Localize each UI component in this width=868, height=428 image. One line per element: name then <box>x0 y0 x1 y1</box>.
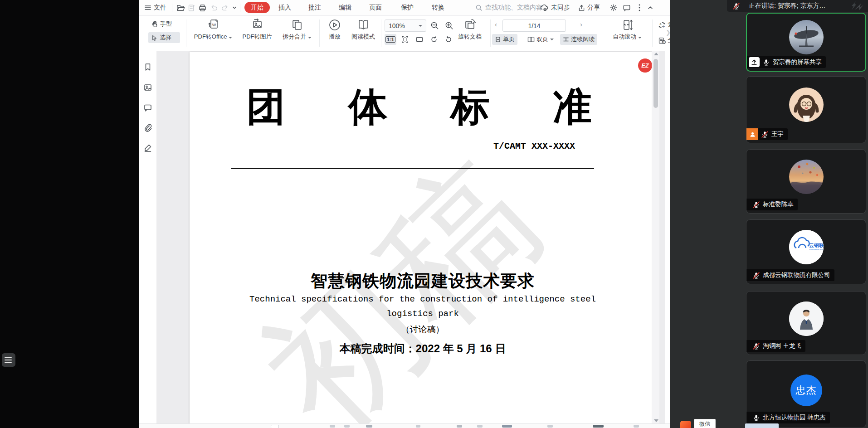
screen: 文件 开始 插入 批注 编辑 页面 <box>0 0 868 428</box>
sync-status-label[interactable]: 未同步 <box>551 0 570 15</box>
feedback-comment-icon[interactable] <box>623 0 631 15</box>
pdf-to-image-button[interactable]: PDF转图片 <box>238 18 276 41</box>
tab-page[interactable]: 页面 <box>369 0 382 15</box>
participant-name: 成都云钢联物流有限公司 <box>763 271 830 279</box>
collapse-ribbon-icon[interactable] <box>647 0 653 15</box>
pdf-page: 初稿 团体标准 T/CAMT XXX-XXXX 智慧钢铁物流园建设技术要求 Te… <box>190 52 656 424</box>
scrollbar-thumb[interactable] <box>653 59 658 108</box>
continuous-read-button[interactable]: 连续阅读 <box>560 34 597 45</box>
svg-text:a: a <box>659 22 661 25</box>
select-tool-button[interactable]: 选择 <box>148 32 180 43</box>
status-icon[interactable] <box>416 425 420 428</box>
single-page-button[interactable]: 单页 <box>492 34 517 45</box>
panel-expand-icon[interactable]: ❯ <box>666 29 671 36</box>
prev-page-icon[interactable]: ‹ <box>495 20 497 28</box>
scroll-up-icon[interactable] <box>654 53 658 55</box>
document-title-en-line2: logistics park <box>190 309 656 319</box>
hamburger-menu-icon[interactable] <box>144 0 151 15</box>
bookmark-icon[interactable] <box>143 63 152 72</box>
mic-muted-icon <box>761 131 769 138</box>
status-icon[interactable] <box>547 425 553 428</box>
participant-tile[interactable]: 贺宗春的屏幕共享 <box>746 13 866 72</box>
document-viewport[interactable]: 初稿 团体标准 T/CAMT XXX-XXXX 智慧钢铁物流园建设技术要求 Te… <box>156 51 665 424</box>
participant-tile[interactable]: 标准委陈卓 <box>746 149 866 214</box>
hand-tool-button[interactable]: 手型 <box>148 19 175 29</box>
page-indicator-box[interactable]: 1/14 <box>502 19 566 32</box>
image-annotation-icon[interactable] <box>143 83 152 92</box>
scroll-down-icon[interactable] <box>654 419 658 422</box>
participant-tile[interactable]: 王宇 <box>746 76 866 143</box>
participant-tile[interactable]: 云钢联 YUNGANGLIAN 成都云钢联物流有限公司 <box>746 219 866 284</box>
zoom-out-icon[interactable] <box>430 21 439 30</box>
status-icon[interactable] <box>477 425 483 428</box>
attachment-icon[interactable] <box>143 123 152 132</box>
read-mode-button[interactable]: 阅读模式 <box>349 18 378 41</box>
status-icon[interactable] <box>344 425 350 428</box>
avatar-initials: 忠杰 <box>796 384 817 397</box>
file-menu[interactable]: 文件 <box>154 0 166 15</box>
double-page-button[interactable]: 双页 <box>525 34 556 45</box>
actual-size-button[interactable]: 1:1 <box>385 34 396 45</box>
mic-on-icon <box>752 414 760 422</box>
status-icon[interactable] <box>502 425 512 428</box>
full-translate-button[interactable]: 文 全文 <box>655 35 670 46</box>
mic-muted-icon <box>732 2 740 10</box>
auto-scroll-button[interactable]: 自动滚动 <box>606 18 649 41</box>
hand-tool-label: 手型 <box>160 20 172 28</box>
tab-home[interactable]: 开始 <box>244 2 270 13</box>
search-input[interactable]: 查找功能、文档内容 <box>485 0 542 15</box>
participant-label: 标准委陈卓 <box>746 199 798 210</box>
corner-red-badge[interactable]: EZ <box>638 58 652 73</box>
next-page-icon[interactable]: › <box>580 20 582 28</box>
more-options-icon[interactable] <box>638 0 641 15</box>
quick-access-dropdown-icon[interactable] <box>232 0 237 15</box>
draft-note: （讨论稿） <box>190 324 656 336</box>
redo-icon[interactable] <box>221 0 229 15</box>
tab-comment[interactable]: 批注 <box>308 0 321 15</box>
separator <box>172 4 172 12</box>
status-icon[interactable] <box>634 425 639 428</box>
status-icon[interactable] <box>330 425 335 428</box>
side-rail <box>139 51 157 424</box>
tab-insert[interactable]: 插入 <box>278 0 291 15</box>
status-icon[interactable] <box>593 425 604 428</box>
document-title: 智慧钢铁物流园建设技术要求 <box>190 270 656 292</box>
zoom-level-value: 100% <box>389 22 405 29</box>
participant-tile[interactable]: 忠杰 北方恒达物流园 韩忠杰 <box>746 360 866 428</box>
cloud-sync-icon[interactable] <box>540 0 549 15</box>
tab-convert[interactable]: 转换 <box>432 0 444 15</box>
avatar: 忠杰 <box>790 374 822 406</box>
fit-page-button[interactable] <box>399 34 411 45</box>
avatar <box>789 20 824 54</box>
logo-main-text: 云钢联 <box>809 243 824 248</box>
participant-tile[interactable]: 淘钢网 王龙飞 <box>746 291 866 355</box>
share-icon[interactable] <box>578 0 585 15</box>
save-icon[interactable] <box>188 0 195 15</box>
status-icon[interactable] <box>366 425 372 428</box>
taskbar-app-icon[interactable] <box>680 421 691 428</box>
comment-panel-icon[interactable] <box>143 103 152 112</box>
undo-icon[interactable] <box>210 0 218 15</box>
tab-protect[interactable]: 保护 <box>401 0 414 15</box>
status-icon[interactable] <box>271 425 279 428</box>
rotate-document-button[interactable]: 旋转文档 <box>452 18 488 41</box>
participant-name: 淘钢网 王龙飞 <box>763 342 801 350</box>
vertical-scrollbar[interactable] <box>652 51 659 424</box>
fit-width-button[interactable] <box>414 34 425 45</box>
outline-toggle-button[interactable] <box>2 353 15 367</box>
zoom-level-select[interactable]: 100% <box>385 19 426 32</box>
split-merge-button[interactable]: 拆分合并 <box>278 18 316 41</box>
taskbar-button-sliver[interactable] <box>745 423 779 428</box>
settings-gear-icon[interactable] <box>610 0 618 15</box>
participant-label: 北方恒达物流园 韩忠杰 <box>746 412 830 423</box>
status-icon[interactable] <box>457 425 462 428</box>
share-label[interactable]: 分享 <box>587 0 600 15</box>
open-file-icon[interactable] <box>176 0 185 15</box>
pdf-to-office-button[interactable]: W PDF转Office <box>190 18 236 41</box>
rotate-left-icon[interactable] <box>428 34 440 45</box>
tab-edit[interactable]: 编辑 <box>339 0 351 15</box>
banner-arrows-icon[interactable] <box>845 1 865 11</box>
print-icon[interactable] <box>198 0 207 15</box>
play-button[interactable]: 播放 <box>324 18 345 41</box>
signature-icon[interactable] <box>143 143 152 152</box>
